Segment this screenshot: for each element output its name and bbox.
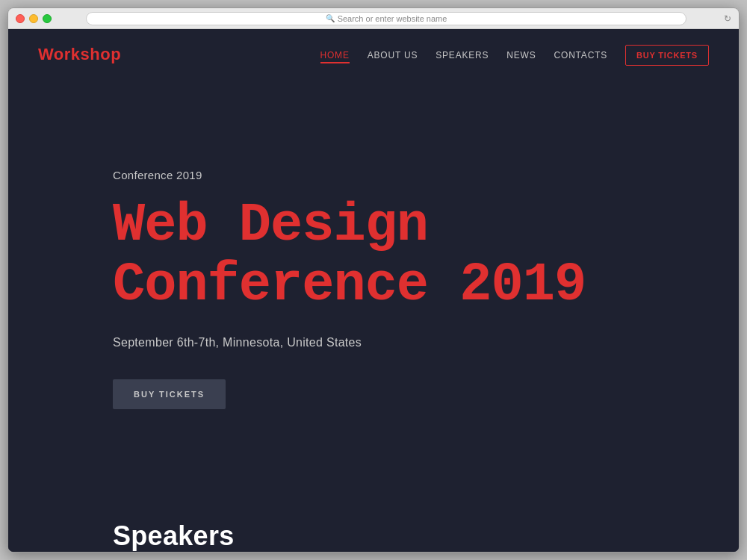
maximize-button[interactable] [43, 14, 52, 23]
speakers-section-title: Speakers [113, 520, 634, 552]
speakers-section: Speakers [8, 498, 739, 552]
browser-body: Workshop HOME ABOUT US SPEAKERS NEWS CON… [8, 29, 739, 552]
refresh-icon[interactable]: ↻ [724, 13, 731, 24]
search-icon: 🔍 [326, 14, 335, 22]
nav-item-buy[interactable]: BUY TICKETS [625, 48, 709, 61]
site-wrapper: Workshop HOME ABOUT US SPEAKERS NEWS CON… [8, 29, 739, 552]
nav-links: HOME ABOUT US SPEAKERS NEWS CONTACTS BUY… [320, 48, 710, 61]
nav-link-home[interactable]: HOME [320, 50, 350, 63]
nav-item-home[interactable]: HOME [320, 48, 350, 61]
nav-link-about[interactable]: ABOUT US [368, 50, 418, 60]
nav-item-news[interactable]: NEWS [506, 48, 536, 61]
nav-link-speakers[interactable]: SPEAKERS [436, 50, 489, 60]
hero-title: Web Design Conference 2019 [113, 196, 634, 314]
hero-buy-tickets-button[interactable]: BUY TICKETS [113, 379, 226, 409]
logo[interactable]: Workshop [38, 45, 121, 64]
logo-text-accent: shop [81, 45, 122, 63]
browser-titlebar: 🔍 Search or enter website name ↻ [8, 8, 739, 29]
address-text: Search or enter website name [338, 14, 447, 23]
navbar: Workshop HOME ABOUT US SPEAKERS NEWS CON… [8, 29, 739, 80]
logo-text-start: Work [38, 45, 81, 63]
browser-window: 🔍 Search or enter website name ↻ Worksho… [7, 7, 740, 553]
nav-item-about[interactable]: ABOUT US [368, 48, 418, 61]
address-bar[interactable]: 🔍 Search or enter website name [86, 12, 686, 25]
nav-link-contacts[interactable]: CONTACTS [554, 50, 608, 60]
close-button[interactable] [16, 14, 25, 23]
conference-label: Conference 2019 [113, 169, 634, 181]
nav-buy-tickets-button[interactable]: BUY TICKETS [625, 45, 709, 66]
hero-title-line1: Web Design [113, 195, 428, 256]
nav-link-news[interactable]: NEWS [506, 50, 536, 60]
nav-item-contacts[interactable]: CONTACTS [554, 48, 608, 61]
hero-subtitle: September 6th-7th, Minnesota, United Sta… [113, 336, 634, 349]
hero-section: Conference 2019 Web Design Conference 20… [8, 80, 739, 498]
minimize-button[interactable] [29, 14, 38, 23]
hero-title-line2: Conference 2019 [113, 255, 586, 316]
nav-item-speakers[interactable]: SPEAKERS [436, 48, 489, 61]
